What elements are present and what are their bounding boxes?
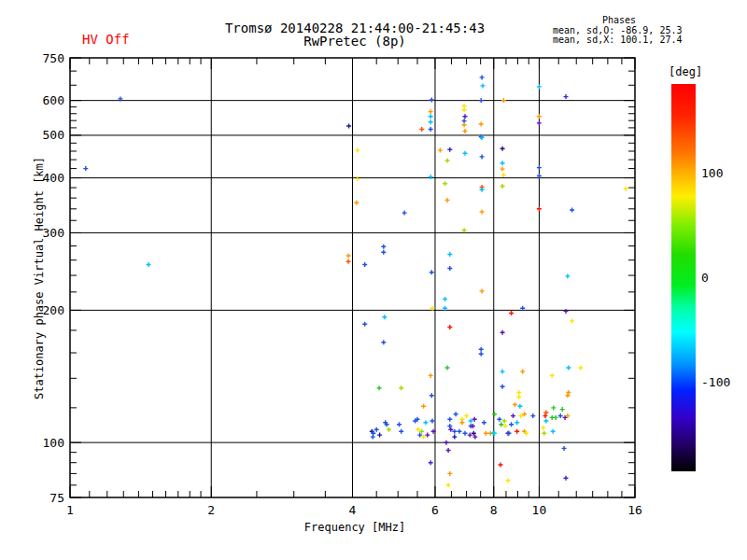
y-tick-labels: 75100200300400500600750 <box>43 51 64 505</box>
colorbar-tick-labels: 1000-100 <box>701 166 730 389</box>
data-point <box>537 120 542 125</box>
svg-text:2: 2 <box>207 503 215 517</box>
data-point <box>551 405 556 410</box>
data-point <box>500 385 505 389</box>
data-point <box>543 419 548 424</box>
data-point <box>479 122 484 127</box>
data-point <box>564 94 569 99</box>
data-point <box>530 413 535 418</box>
data-point <box>537 165 542 170</box>
svg-text:16: 16 <box>627 503 642 517</box>
data-point <box>500 161 505 165</box>
data-point <box>147 262 151 267</box>
data-point <box>381 250 386 255</box>
svg-text:-100: -100 <box>701 375 730 389</box>
data-point <box>550 373 555 378</box>
data-point <box>537 114 542 119</box>
data-point <box>463 114 468 119</box>
data-point <box>570 208 574 213</box>
svg-text:500: 500 <box>43 128 64 142</box>
data-point <box>564 309 569 314</box>
data-point <box>480 288 485 293</box>
data-point <box>447 424 452 428</box>
data-point <box>480 75 485 79</box>
colorbar <box>671 84 696 471</box>
data-point <box>429 114 433 119</box>
data-point <box>514 420 519 425</box>
data-point <box>423 420 428 425</box>
data-point <box>578 366 583 371</box>
data-point <box>419 127 424 132</box>
data-point <box>499 463 503 468</box>
data-point <box>506 478 511 483</box>
svg-text:400: 400 <box>43 171 64 185</box>
data-point <box>399 429 403 434</box>
data-point <box>362 322 367 327</box>
data-point <box>463 431 468 436</box>
data-point <box>513 402 517 407</box>
data-point <box>624 187 628 191</box>
data-point <box>462 107 467 112</box>
data-point <box>429 460 433 465</box>
data-point <box>537 206 542 211</box>
data-point <box>517 404 522 409</box>
data-point <box>430 419 435 424</box>
data-point <box>430 98 434 103</box>
data-point <box>542 431 546 436</box>
data-point <box>429 109 433 114</box>
data-point <box>83 166 88 171</box>
data-point <box>399 385 403 390</box>
data-point <box>346 124 351 129</box>
data-point <box>447 147 452 152</box>
data-point <box>565 393 570 398</box>
data-point <box>346 254 351 259</box>
svg-text:300: 300 <box>43 226 64 240</box>
data-point <box>454 412 458 416</box>
data-point <box>479 98 484 103</box>
data-point <box>402 211 407 216</box>
data-point <box>438 148 443 153</box>
data-point <box>543 411 548 415</box>
data-point <box>492 412 497 416</box>
data-point <box>551 429 556 434</box>
data-point <box>447 252 452 257</box>
data-point <box>382 315 387 319</box>
data-point <box>520 370 525 374</box>
data-point <box>479 352 484 357</box>
x-tick-labels: 124681016 <box>66 503 642 517</box>
data-point <box>509 422 514 427</box>
data-point <box>430 270 434 274</box>
data-point <box>429 373 433 378</box>
data-point <box>509 311 514 315</box>
plot-canvas: 124681016751002003004005006007501000-100 <box>0 0 747 560</box>
data-point <box>446 448 451 453</box>
data-point <box>565 273 570 278</box>
data-point <box>500 330 505 335</box>
data-point <box>429 127 433 132</box>
data-point <box>463 151 468 156</box>
data-point <box>355 148 359 153</box>
data-point <box>480 188 485 192</box>
data-point <box>479 347 484 352</box>
data-point <box>566 390 571 395</box>
data-point <box>462 228 467 232</box>
data-point <box>499 422 503 427</box>
data-point <box>481 83 486 88</box>
data-point <box>421 404 426 409</box>
data-point <box>516 395 521 399</box>
data-point <box>464 413 469 418</box>
data-point <box>501 173 506 177</box>
data-point <box>566 366 571 371</box>
data-point <box>480 154 485 159</box>
data-point <box>430 393 434 398</box>
data-point <box>564 476 569 481</box>
data-point <box>500 167 505 172</box>
data-point <box>444 441 449 445</box>
svg-text:6: 6 <box>431 503 439 517</box>
data-point <box>381 340 386 344</box>
svg-text:100: 100 <box>701 166 723 180</box>
data-point <box>503 424 508 428</box>
svg-text:4: 4 <box>349 503 357 517</box>
svg-text:0: 0 <box>701 271 709 285</box>
data-point <box>381 245 386 249</box>
